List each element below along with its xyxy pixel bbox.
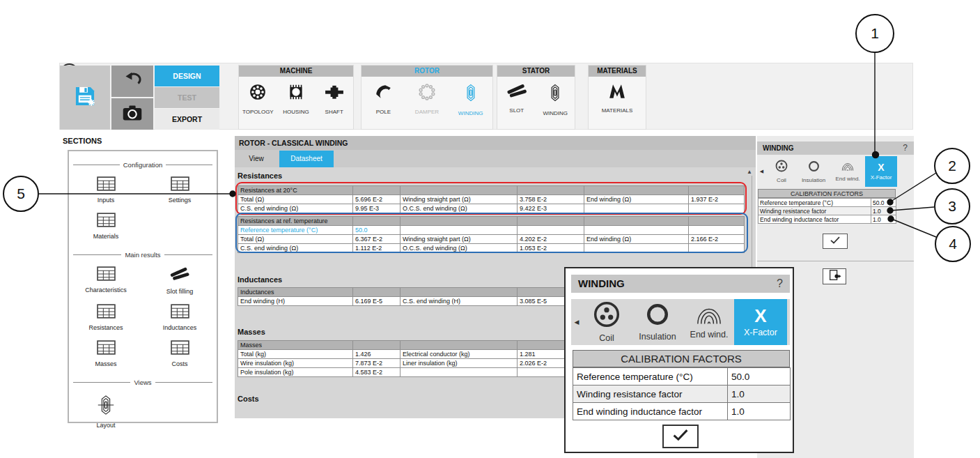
label-cell: O.C.S. end winding (Ω) <box>400 244 518 253</box>
toolbar-item-shaft[interactable]: SHAFT <box>315 83 353 115</box>
callout-circle-5: 5 <box>3 176 39 212</box>
table-icon <box>171 340 189 358</box>
confirm-button[interactable] <box>823 234 848 249</box>
undo-button[interactable] <box>111 66 153 97</box>
sidebar-item-layout[interactable]: Layout <box>69 394 143 429</box>
popup-confirm-button[interactable] <box>662 425 699 448</box>
panel-help-icon[interactable]: ? <box>903 142 908 155</box>
popup-tab-coil[interactable]: Coil <box>582 299 631 345</box>
scroll-up-icon[interactable]: ▲ <box>747 169 752 175</box>
winding-tab-bar: ◀ Coil Insulation End wind. X X-Factor <box>757 156 914 187</box>
tab-label: Insulation <box>639 332 676 342</box>
value-cell[interactable]: 1.0 <box>728 386 791 403</box>
tab-coil[interactable]: Coil <box>766 156 797 187</box>
table-header-row: Resistances at ref. temperature <box>238 217 745 226</box>
table-icon <box>171 304 189 321</box>
toolbar-item-label: SHAFT <box>325 109 343 115</box>
sidebar-item-costs[interactable]: Costs <box>143 340 217 367</box>
tab-label: Coil <box>777 177 786 183</box>
popup-tab-x-factor[interactable]: X X-Factor <box>734 299 787 345</box>
toolbar-item-topology[interactable]: TOPOLOGY <box>239 83 277 115</box>
toolbar-item-stator-winding[interactable]: WINDING <box>536 83 575 116</box>
tab-label: X-Factor <box>871 174 892 181</box>
group-legend-views: Views <box>69 379 217 386</box>
value-cell: 1.937 E-2 <box>689 195 745 204</box>
camera-button[interactable] <box>111 98 153 130</box>
tab-insulation[interactable]: Insulation <box>797 156 830 187</box>
label-cell: Total (kg) <box>238 350 353 359</box>
toolbar-item-slot[interactable]: SLOT <box>497 83 536 114</box>
sidebar-item-masses[interactable]: Masses <box>69 340 143 367</box>
winding-panel-title: WINDING? <box>757 142 914 155</box>
value-cell: 9.422 E-3 <box>518 204 584 213</box>
label-cell: C.S. end winding (Ω) <box>238 204 353 213</box>
save-button[interactable] <box>60 66 110 130</box>
table-icon <box>97 213 116 230</box>
toolbar-item-housing[interactable]: HOUSING <box>277 83 316 115</box>
value-cell[interactable]: 1.0 <box>871 207 896 215</box>
value-cell[interactable]: 50.0 <box>871 199 896 207</box>
value-cell: 7.873 E-2 <box>353 359 400 368</box>
value-cell[interactable]: 1.0 <box>871 215 896 224</box>
label-cell: End winding inductance factor <box>759 215 871 224</box>
export-results-button[interactable] <box>823 268 846 284</box>
toolbar-item-pole[interactable]: POLE <box>364 83 403 115</box>
module-title-rotor: ROTOR <box>361 66 492 77</box>
sidebar-item-inductances[interactable]: Inductances <box>143 304 217 331</box>
back-arrow-icon[interactable]: ◀ <box>757 156 766 187</box>
value-cell: 2.166 E-2 <box>689 235 745 244</box>
module-title-machine: MACHINE <box>239 66 353 77</box>
label-cell <box>584 204 689 213</box>
value-cell: 1.112 E-2 <box>353 244 400 253</box>
sidebar-item-settings[interactable]: Settings <box>143 176 217 204</box>
value-cell[interactable]: 50.0 <box>728 368 791 386</box>
value-cell[interactable]: 1.0 <box>728 403 791 420</box>
sidebar-item-resistances[interactable]: Resistances <box>69 304 143 331</box>
winding-icon <box>546 83 564 105</box>
back-arrow-icon[interactable]: ◀ <box>571 299 582 345</box>
sidebar-item-label: Settings <box>169 197 192 204</box>
sidebar-item-inputs[interactable]: Inputs <box>69 176 143 204</box>
table-icon <box>171 176 189 194</box>
table-icon <box>97 340 116 358</box>
sidebar-item-characteristics[interactable]: Characteristics <box>69 266 143 295</box>
sidebar-item-label: Inputs <box>98 197 115 204</box>
sidebar-item-slot-filling[interactable]: Slot filling <box>143 266 217 295</box>
popup-help-icon[interactable]: ? <box>777 275 783 293</box>
tab-datasheet[interactable]: Datasheet <box>279 151 334 167</box>
value-cell: 6.367 E-2 <box>353 235 400 244</box>
label-cell: Wire insulation (kg) <box>238 359 353 368</box>
tab-x-factor[interactable]: X X-Factor <box>865 156 897 187</box>
popup-tab-end-wind[interactable]: End wind. <box>684 299 734 345</box>
label-cell: O.C.S. end winding (Ω) <box>400 204 518 213</box>
popup-tab-insulation[interactable]: Insulation <box>631 299 684 345</box>
section-heading-inductances: Inductances <box>238 275 282 284</box>
design-button[interactable]: DESIGN <box>155 66 219 86</box>
export-button[interactable]: EXPORT <box>155 109 219 130</box>
sidebar-item-label: Materials <box>93 233 119 240</box>
tab-end-wind[interactable]: End wind. <box>830 156 865 187</box>
header-cell: Resistances at 20°C <box>238 186 353 195</box>
popup-calibration-factors-header: CALIBRATION FACTORS <box>573 350 790 367</box>
label-cell: Reference temperature (°C) <box>759 199 871 207</box>
tab-label: Coil <box>599 333 614 343</box>
table-row: Total (Ω)5.696 E-2Winding straight part … <box>238 195 745 204</box>
test-button[interactable]: TEST <box>155 87 219 108</box>
toolbar-item-label: TOPOLOGY <box>242 109 274 115</box>
callout-circle-3: 3 <box>934 188 970 224</box>
main-panel-title: ROTOR - CLASSICAL WINDING <box>235 136 756 150</box>
label-cell: Winding resistance factor <box>759 207 871 215</box>
winding-panel-zoom-popup: WINDING? ◀ Coil Insulation End wind. X X… <box>564 267 794 453</box>
value-cell: 6.169 E-5 <box>353 297 400 306</box>
group-legend-main-results: Main results <box>69 251 217 259</box>
tab-view[interactable]: View <box>235 150 278 167</box>
label-cell: End winding inductance factor <box>573 403 728 420</box>
table-row: Reference temperature (°C)50.0 <box>759 199 896 207</box>
toolbar-item-materials[interactable]: MATERIALS <box>598 83 637 114</box>
camera-icon <box>122 104 143 125</box>
label-cell: Total (Ω) <box>238 235 353 244</box>
panel-divider <box>757 261 914 261</box>
sidebar-item-materials[interactable]: Materials <box>69 213 143 240</box>
label-cell: Pole insulation (kg) <box>238 368 353 377</box>
toolbar-item-rotor-winding[interactable]: WINDING <box>451 83 490 116</box>
